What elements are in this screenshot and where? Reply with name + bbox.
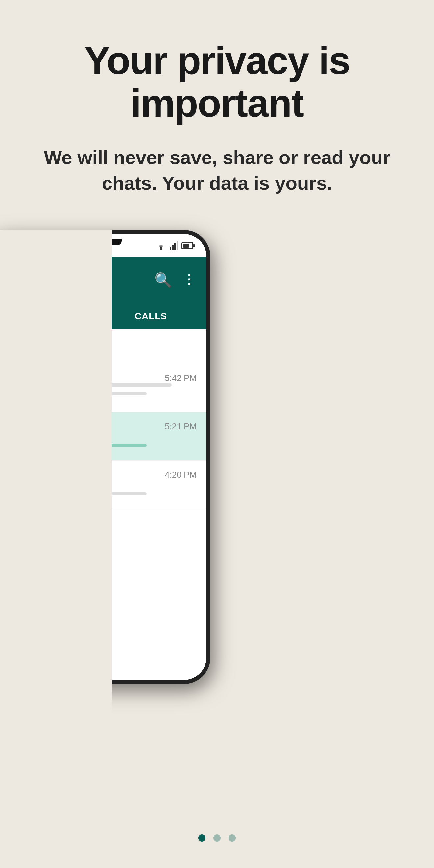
chat-time: 5:21 PM xyxy=(165,422,197,432)
page-dots xyxy=(0,834,434,842)
chat-time: 4:20 PM xyxy=(165,470,197,480)
svg-rect-2 xyxy=(172,245,174,250)
dot-2[interactable] xyxy=(213,834,221,842)
hero-title: Your privacy is important xyxy=(26,39,408,125)
svg-rect-3 xyxy=(174,243,176,250)
phone-cutoff-overlay xyxy=(0,230,112,822)
svg-point-0 xyxy=(160,248,162,250)
phone-device: at Analyzer 🔍 ︙ STATUS CALLS o use it xyxy=(0,230,237,822)
search-icon[interactable]: 🔍 xyxy=(154,272,172,289)
wifi-icon xyxy=(155,241,167,250)
battery-icon xyxy=(182,242,193,249)
hero-subtitle: We will never save, share or read your c… xyxy=(26,145,408,196)
page-wrapper: Your privacy is important We will never … xyxy=(0,0,434,868)
more-options-icon[interactable]: ︙ xyxy=(182,272,197,288)
dot-3[interactable] xyxy=(228,834,236,842)
chat-time: 5:42 PM xyxy=(165,373,197,383)
hero-section: Your privacy is important We will never … xyxy=(0,0,434,222)
power-button xyxy=(208,313,210,339)
tab-calls[interactable]: CALLS xyxy=(95,303,207,331)
status-icons xyxy=(155,241,193,250)
header-icons: 🔍 ︙ xyxy=(154,272,197,289)
dot-1[interactable] xyxy=(198,834,206,842)
signal-icon xyxy=(169,241,179,250)
svg-rect-1 xyxy=(169,247,171,250)
svg-rect-4 xyxy=(177,241,178,250)
